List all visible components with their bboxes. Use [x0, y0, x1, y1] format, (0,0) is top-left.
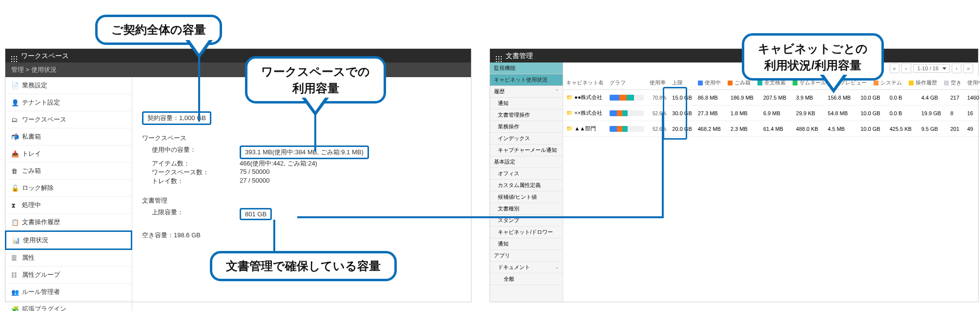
- grp-history[interactable]: 履歴⌃: [490, 86, 563, 98]
- basic-doctype[interactable]: 文書種別: [490, 203, 563, 215]
- app-all[interactable]: 全般: [490, 273, 563, 285]
- cell-ft: 207.5 MB: [760, 90, 793, 105]
- cell-used: 468.2 MB: [695, 121, 728, 137]
- cell-sys: 10.0 GB: [858, 105, 886, 121]
- callout-text: ワークスペースでの: [261, 65, 370, 78]
- apps-grid-icon[interactable]: [496, 53, 502, 59]
- basic-candidate[interactable]: 候補値/ヒント値: [490, 191, 563, 203]
- sidebar-item-processing[interactable]: ⧗処理中: [5, 197, 132, 214]
- sidebar-item-label: ロック解除: [22, 184, 54, 192]
- sidebar-item-ws[interactable]: 🗂ワークスペース: [5, 111, 132, 128]
- cell-hist: 0.0 B: [887, 105, 919, 121]
- svg-rect-5: [16, 59, 17, 60]
- basic-customattr[interactable]: カスタム属性定義: [490, 180, 563, 191]
- page-next-button[interactable]: ›: [952, 63, 961, 73]
- connector: [297, 216, 663, 218]
- page-last-button[interactable]: »: [963, 63, 973, 73]
- legend-label: 操作履歴: [916, 79, 937, 86]
- th-c1[interactable]: 使用中: [964, 76, 980, 90]
- page-first-button[interactable]: «: [890, 63, 899, 73]
- th-name[interactable]: キャビネット名: [563, 76, 607, 90]
- sidebar-item-label: 業務設定: [22, 81, 47, 90]
- items-value: 466(使用中:442, ごみ箱:24): [240, 159, 317, 168]
- tray-icon: 📥: [11, 150, 18, 157]
- svg-rect-14: [501, 59, 502, 60]
- dmlimit-value: 801 GB: [240, 208, 272, 220]
- cell-name: 📁 ●●株式会社: [563, 90, 607, 105]
- basic-cabdrawer[interactable]: キャビネット/ドロワー: [490, 227, 563, 238]
- callout-dm-reserved: 文書管理で確保している容量: [210, 251, 397, 281]
- svg-rect-13: [498, 59, 499, 60]
- hist-capmail[interactable]: キャプチャーメール通知: [490, 145, 563, 156]
- app-docset[interactable]: ドキュメント⌄: [490, 262, 563, 273]
- hist-notify[interactable]: 通知: [490, 98, 563, 109]
- docmgmt-title: 文書管理: [506, 49, 533, 62]
- legend-swatch: [757, 81, 762, 85]
- sidebar-item-ophist[interactable]: 📋文書操作履歴: [5, 214, 132, 231]
- contract-capacity: 契約容量：1,000 GB: [142, 111, 211, 125]
- cell-trash: 186.9 MB: [728, 90, 760, 105]
- mon-cabusage[interactable]: キャビネット使用状況: [490, 74, 563, 86]
- cell-prev: 4.5 MB: [825, 121, 858, 137]
- hist-bizop[interactable]: 業務操作: [490, 121, 563, 133]
- callout-cabinet-usage: キャビネットごとの 利用状況/利用容量: [742, 33, 884, 81]
- svg-rect-8: [16, 61, 17, 62]
- chevron-down-icon: ⌄: [555, 264, 559, 270]
- sidebar-item-biz[interactable]: 📄業務設定: [5, 77, 132, 94]
- sidebar-item-trash[interactable]: 🗑ごみ箱: [5, 163, 132, 180]
- svg-rect-7: [14, 61, 15, 62]
- inbox-icon: 📬: [11, 133, 18, 140]
- sidebar-item-mybox[interactable]: 📬私書箱: [5, 128, 132, 145]
- sidebar-item-label: 処理中: [22, 201, 41, 209]
- cell-c2: 49: [964, 121, 980, 137]
- callout-text: 文書管理で確保している容量: [226, 259, 381, 272]
- sidebar-item-usage[interactable]: 📊使用状況: [5, 230, 132, 250]
- sidebar-item-unlock[interactable]: 🔓ロック解除: [5, 180, 132, 197]
- connector: [273, 220, 275, 251]
- cell-c1: 217: [947, 90, 964, 105]
- ws-used-value: 393.1 MB(使用中:384 MB, ごみ箱:9.1 MB): [240, 145, 369, 159]
- sidebar-item-rulemgr[interactable]: 👥ルール管理者: [5, 284, 132, 301]
- cell-sys: 10.0 GB: [858, 121, 886, 137]
- svg-rect-16: [498, 61, 499, 62]
- cell-graph: [607, 105, 647, 121]
- table-row[interactable]: 📁 ▲▲部門 52.6% 20.0 GB 468.2 MB 2.3 MB 61.…: [563, 121, 980, 137]
- cabinet-usage-table: キャビネット名 グラフ 使用率 上限 使用中ごみ箱全文検索サムネールプレビューシ…: [563, 76, 980, 137]
- cell-free: 4.4 GB: [919, 90, 947, 105]
- th-graph[interactable]: グラフ: [607, 76, 647, 90]
- trash-icon: 🗑: [11, 167, 18, 174]
- sidebar-item-plugin[interactable]: 🧩拡張プラグイン: [5, 301, 132, 311]
- breadcrumb: 管理 > 使用状況: [5, 62, 471, 77]
- apps-grid-icon[interactable]: [11, 53, 17, 59]
- left-sidebar: 📄業務設定 👤テナント設定 🗂ワークスペース 📬私書箱 📥トレイ 🗑ごみ箱 🔓ロ…: [5, 77, 132, 311]
- cell-graph: [607, 90, 647, 105]
- cell-ft: 61.4 MB: [760, 121, 793, 137]
- svg-rect-12: [496, 59, 497, 60]
- group-icon: ☷: [11, 271, 18, 278]
- callout-ws-usage: ワークスペースでの 利用容量: [245, 56, 386, 104]
- sidebar-item-tray[interactable]: 📥トレイ: [5, 145, 132, 163]
- cell-free: 19.9 GB: [919, 105, 947, 121]
- callout-text: ご契約全体の容量: [111, 23, 206, 36]
- th-limit[interactable]: 上限: [669, 76, 694, 90]
- legend-label: ごみ箱: [735, 79, 751, 86]
- person-icon: 👥: [11, 289, 18, 295]
- sidebar-item-attrgrp[interactable]: ☷属性グループ: [5, 267, 132, 284]
- sidebar-item-label: テナント設定: [22, 98, 60, 107]
- table-row[interactable]: 📁 ●●株式会社 70.8% 15.0 GB 86.8 MB 186.9 MB …: [563, 90, 980, 105]
- th-pct[interactable]: 使用率: [647, 76, 669, 90]
- basic-notify[interactable]: 通知: [490, 238, 563, 250]
- folder-icon: 🗂: [11, 116, 18, 123]
- hist-index[interactable]: インデックス: [490, 133, 563, 145]
- hist-docop[interactable]: 文書管理操作: [490, 109, 563, 121]
- page-range-select[interactable]: 1-10 / 16: [913, 64, 950, 73]
- basic-office[interactable]: オフィス: [490, 168, 563, 180]
- grp-basic[interactable]: 基本設定: [490, 156, 563, 168]
- grp-app[interactable]: アプリ: [490, 250, 563, 262]
- sidebar-item-tenant[interactable]: 👤テナント設定: [5, 94, 132, 111]
- ws-section-label: ワークスペース: [142, 134, 461, 143]
- page-prev-button[interactable]: ‹: [901, 63, 911, 73]
- sidebar-item-attr[interactable]: ☰属性: [5, 249, 132, 267]
- mon-head: 監視機能: [490, 62, 563, 74]
- table-row[interactable]: 📁 ××株式会社 52.6% 30.0 GB 27.3 MB 1.8 MB 6.…: [563, 105, 980, 121]
